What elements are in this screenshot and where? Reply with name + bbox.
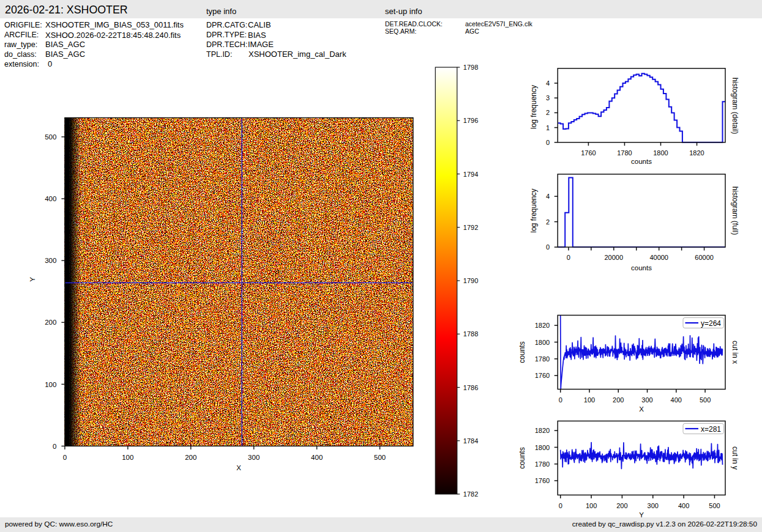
svg-text:500: 500 [45,133,56,141]
svg-text:counts: counts [631,158,652,165]
svg-text:2: 2 [546,218,550,226]
svg-text:300: 300 [45,257,56,264]
svg-text:1796: 1796 [463,117,478,124]
svg-text:500: 500 [374,454,386,461]
svg-text:500: 500 [700,396,711,404]
svg-text:cut in y: cut in y [731,446,739,470]
svg-text:1786: 1786 [463,384,478,391]
svg-text:1820: 1820 [689,149,704,157]
svg-text:1788: 1788 [463,330,478,338]
svg-text:1800: 1800 [653,149,668,157]
svg-text:1780: 1780 [617,149,632,157]
svg-text:1784: 1784 [463,437,478,445]
svg-text:200: 200 [185,454,196,461]
svg-text:100: 100 [586,502,597,509]
svg-text:Y: Y [29,277,36,282]
svg-text:1790: 1790 [463,277,478,284]
svg-text:200: 200 [45,319,56,326]
svg-text:400: 400 [678,502,689,509]
svg-text:1800: 1800 [535,339,550,346]
svg-text:0: 0 [559,396,562,404]
svg-text:1800: 1800 [535,444,550,451]
svg-text:100: 100 [122,454,133,461]
svg-text:1782: 1782 [463,490,478,498]
svg-text:1798: 1798 [463,64,478,71]
svg-text:1820: 1820 [535,322,550,329]
svg-text:X: X [639,405,644,413]
svg-text:log frequency: log frequency [529,85,538,129]
svg-text:x=281: x=281 [701,425,721,434]
svg-text:0: 0 [546,243,550,251]
svg-text:400: 400 [671,396,682,404]
svg-text:0: 0 [559,502,562,509]
svg-text:500: 500 [709,502,720,509]
svg-text:0: 0 [53,443,56,450]
svg-text:histogram (detail): histogram (detail) [731,78,739,135]
svg-text:200: 200 [616,502,627,509]
svg-text:1760: 1760 [581,149,596,157]
svg-text:y=264: y=264 [701,319,721,328]
svg-text:100: 100 [584,396,595,404]
svg-text:1760: 1760 [535,372,550,379]
svg-text:2: 2 [546,109,550,116]
svg-text:histogram (full): histogram (full) [731,187,739,235]
svg-text:400: 400 [45,195,56,202]
svg-text:1: 1 [546,124,550,131]
svg-text:0: 0 [546,139,550,146]
svg-text:300: 300 [248,454,260,461]
svg-text:3: 3 [546,94,550,102]
svg-text:4: 4 [546,193,550,200]
svg-text:300: 300 [648,502,659,509]
svg-text:60000: 60000 [695,254,714,261]
svg-text:counts: counts [518,341,526,363]
svg-text:200: 200 [613,396,624,404]
svg-text:X: X [236,464,241,471]
svg-text:20000: 20000 [605,254,624,261]
svg-text:40000: 40000 [649,254,668,261]
svg-text:cut in x: cut in x [731,341,739,364]
svg-text:counts: counts [518,447,526,468]
svg-text:1760: 1760 [535,477,550,484]
svg-text:1792: 1792 [463,224,478,231]
svg-text:400: 400 [311,454,323,461]
svg-text:4: 4 [546,79,550,87]
svg-text:1820: 1820 [535,427,550,434]
svg-text:0: 0 [63,454,67,461]
svg-text:1794: 1794 [463,171,478,178]
svg-text:1780: 1780 [535,355,550,363]
svg-text:counts: counts [631,264,652,272]
svg-text:1780: 1780 [535,460,550,468]
svg-text:300: 300 [641,396,652,404]
svg-text:100: 100 [45,381,56,388]
svg-text:log frequency: log frequency [529,188,538,232]
svg-text:0: 0 [567,254,570,261]
